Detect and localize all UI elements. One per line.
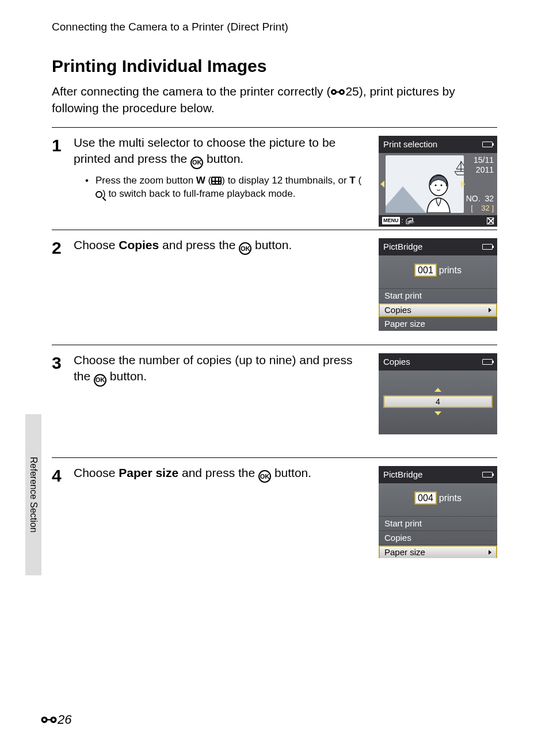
menu-label: MENU: [382, 217, 400, 224]
bullet-text-d: (: [356, 175, 361, 186]
illustration-sailboat: [452, 159, 464, 176]
lcd1-image-no: NO. 32: [466, 194, 494, 204]
step-3-end: button.: [106, 369, 147, 383]
step-4-text: Choose Paper size and press the OK butto…: [74, 465, 365, 483]
menu-item-copies-label: Copies: [384, 305, 411, 315]
lcd-copies-spinner: Copies 4: [379, 353, 497, 435]
menu-item-start-print: Start print: [379, 516, 497, 531]
menu-item-start-print: Start print: [379, 288, 497, 303]
lcd2-prints-label: prints: [439, 265, 462, 275]
step-1: 1 Use the multi selector to choose the p…: [52, 127, 497, 230]
step-2-bold: Copies: [119, 238, 159, 251]
lcd2-prints-row: 001prints: [379, 255, 497, 288]
svg-point-3: [333, 91, 335, 93]
lcd4-prints-num: 004: [414, 491, 437, 505]
svg-point-12: [43, 719, 46, 721]
magnifier-icon: [96, 191, 102, 198]
spinner-down-icon: [434, 411, 441, 415]
page-number-value: 26: [58, 712, 71, 727]
menu-colon: :: [402, 217, 403, 224]
step-2-pre: Choose: [74, 238, 119, 251]
thumbnail-grid-icon: [211, 177, 222, 185]
running-header: Connecting the Camera to a Printer (Dire…: [52, 21, 497, 33]
svg-point-13: [52, 719, 55, 721]
spinner-up-icon: [434, 388, 441, 392]
step-1-text-post: button.: [203, 152, 243, 165]
menu-item-paper-size-selected: Paper size: [379, 545, 497, 558]
zoom-t-label: T: [349, 175, 355, 186]
step-1-number: 1: [52, 135, 74, 223]
section-title: Printing Individual Images: [52, 56, 497, 76]
lcd-print-selection: Print selection: [379, 136, 497, 227]
lcd1-image-preview: [386, 155, 464, 213]
lcd1-date2: 2011: [474, 165, 494, 175]
lcd4-title: PictBridge: [383, 469, 422, 480]
intro-text: After connecting the camera to the print…: [52, 83, 497, 117]
bullet-text-b: (: [205, 175, 211, 186]
step-2-text: Choose Copies and press the OK button.: [74, 237, 365, 255]
submenu-arrow-icon: [489, 308, 491, 312]
battery-icon: [482, 359, 493, 365]
step-4-pre: Choose: [74, 466, 119, 479]
menu-hint: MENU : MENU: [382, 217, 414, 224]
illustration-mountain: [386, 186, 426, 213]
menu-item-copies-selected: Copies: [379, 303, 497, 317]
svg-point-7: [441, 184, 443, 186]
lcd4-prints-label: prints: [439, 493, 462, 503]
step-4-bold: Paper size: [119, 466, 178, 479]
bullet-text-a: Press the zoom button: [96, 175, 196, 186]
lcd-pictbridge-paper: PictBridge 004prints Start print Copies …: [379, 466, 497, 558]
nav-left-icon: [380, 181, 384, 188]
lcd1-image-count: [ 32 ]: [466, 204, 494, 213]
menu-item-copies: Copies: [379, 531, 497, 545]
svg-text:MENU: MENU: [407, 220, 414, 224]
step-3: 3 Choose the number of copies (up to nin…: [52, 345, 497, 457]
menu-item-paper-size-label: Paper size: [384, 547, 425, 558]
step-4-number: 4: [52, 465, 74, 562]
lcd1-title: Print selection: [383, 139, 437, 150]
lcd2-prints-num: 001: [414, 264, 437, 277]
step-2-end: button.: [251, 238, 292, 251]
step-2-post: and press the: [159, 238, 239, 251]
ok-button-icon: OK: [239, 242, 251, 255]
lcd3-copies-value: 4: [383, 395, 493, 408]
step-2-number: 2: [52, 237, 74, 338]
step-4: 4 Choose Paper size and press the OK but…: [52, 457, 497, 569]
lcd-pictbridge-copies: PictBridge 001prints Start print Copies …: [379, 238, 497, 331]
step-3-text: Choose the number of copies (up to nine)…: [74, 352, 365, 387]
bullet-text-c: ) to display 12 thumbnails, or: [222, 175, 349, 186]
bullet-text-e: ) to switch back to full-frame playback …: [102, 188, 295, 199]
step-2: 2 Choose Copies and press the OK button.…: [52, 230, 497, 345]
lcd1-date1: 15/11: [474, 155, 494, 165]
step-4-end: button.: [271, 466, 311, 479]
battery-icon: [482, 142, 493, 147]
print-menu-icon: MENU: [405, 217, 414, 224]
intro-ref-num: 25: [345, 85, 359, 98]
illustration-person: [426, 173, 451, 213]
step-1-bullet: Press the zoom button W () to display 12…: [74, 174, 365, 201]
step-3-number: 3: [52, 352, 74, 450]
exit-icon: [487, 217, 494, 224]
nav-right-icon: [461, 181, 465, 188]
lcd2-title: PictBridge: [383, 242, 422, 252]
battery-icon: [482, 244, 493, 250]
submenu-arrow-icon: [489, 550, 491, 555]
page-number: 26: [40, 712, 71, 727]
reference-icon: [40, 715, 58, 725]
svg-point-6: [435, 184, 437, 186]
menu-item-paper-size: Paper size: [379, 317, 497, 331]
reference-icon: [330, 87, 345, 97]
ok-button-icon: OK: [190, 156, 203, 169]
battery-icon: [482, 472, 493, 478]
ok-button-icon: OK: [94, 374, 106, 387]
lcd4-prints-row: 004prints: [379, 483, 497, 516]
zoom-w-label: W: [196, 175, 205, 186]
step-1-text: Use the multi selector to choose the pic…: [74, 135, 365, 169]
intro-pre: After connecting the camera to the print…: [52, 85, 330, 98]
lcd3-title: Copies: [383, 357, 410, 367]
svg-point-4: [341, 91, 343, 93]
ok-button-icon: OK: [258, 470, 271, 483]
step-4-post: and press the: [178, 466, 258, 479]
